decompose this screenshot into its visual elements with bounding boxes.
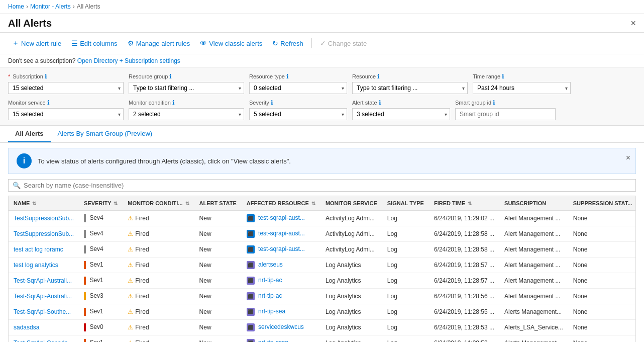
cell-fired-time: 6/24/2019, 11:28:53 ... [429, 320, 499, 335]
cell-name: test log analytics [9, 258, 79, 273]
refresh-button[interactable]: ↻ Refresh [268, 37, 307, 49]
alert-name-link[interactable]: test act log roramc [14, 246, 63, 253]
resource-link[interactable]: nrt-tip-ac [258, 292, 282, 299]
alerts-table: NAME ⇅ SEVERITY ⇅ MONITOR CONDITI... ⇅ A… [9, 196, 636, 342]
cell-signal-type: Log [382, 289, 429, 304]
resource-link[interactable]: test-sqrapi-aust... [258, 214, 305, 221]
alert-name-link[interactable]: Test-SqrApi-Canada... [14, 339, 73, 342]
resource-group-label: Resource group ℹ [129, 73, 244, 80]
tab-all-alerts[interactable]: All Alerts [8, 126, 51, 142]
resource-select[interactable]: Type to start filtering ... [352, 82, 468, 94]
severity-bar [84, 323, 86, 331]
severity-value: Sev1 [89, 339, 103, 342]
cell-subscription: Alert Management ... [499, 242, 568, 258]
resource-link[interactable]: test-sqrapi-aust... [258, 230, 305, 237]
breadcrumb-monitor-alerts[interactable]: Monitor - Alerts [30, 3, 71, 10]
cell-signal-type: Log [382, 211, 429, 226]
cell-affected-resource: ⬛ alertseus [242, 258, 320, 273]
subscription-select[interactable]: 15 selected [8, 82, 124, 94]
resource-link[interactable]: test-sqrapi-aust... [258, 245, 305, 252]
col-monitor-condition[interactable]: MONITOR CONDITI... ⇅ [123, 196, 194, 211]
open-directory-link[interactable]: Open Directory + Subscription settings [77, 57, 180, 64]
resource-link[interactable]: nrt-tip-ccan [258, 339, 288, 342]
page-title: All Alerts [8, 18, 52, 29]
resource-group-select[interactable]: Type to start filtering ... [129, 82, 244, 94]
cell-severity: Sev1 [79, 273, 123, 289]
alert-name-link[interactable]: test log analytics [14, 262, 58, 269]
col-alert-state[interactable]: ALERT STATE [194, 196, 242, 211]
cell-name: Test-SqrApi-Australi... [9, 273, 79, 289]
severity-value: Sev1 [89, 308, 103, 315]
alert-name-link[interactable]: TestSuppressionSub... [14, 215, 74, 222]
info-banner-close[interactable]: × [626, 153, 630, 162]
table-row: TestSuppressionSub... Sev4 ⚠Fired New ⬛ … [9, 226, 636, 242]
cell-monitor-service: Log Analytics [320, 258, 382, 273]
fired-time-value: 6/24/2019, 11:28:53 ... [434, 339, 494, 342]
resource-type-select[interactable]: 0 selected [249, 82, 347, 94]
change-state-button[interactable]: ✓ Change state [316, 37, 371, 49]
cell-name: sadasdsa [9, 320, 79, 335]
breadcrumb-home[interactable]: Home [8, 3, 24, 10]
resource-icon: ⬛ [247, 308, 255, 316]
resource-link[interactable]: servicedeskwcus [258, 323, 304, 330]
resource-link[interactable]: nrt-tip-ac [258, 277, 282, 284]
edit-columns-button[interactable]: ☰ Edit columns [67, 37, 121, 49]
resource-group-info-icon: ℹ [169, 73, 172, 80]
manage-alert-rules-button[interactable]: ⚙ Manage alert rules [124, 37, 194, 49]
cell-affected-resource: ⬛ test-sqrapi-aust... [242, 242, 320, 258]
alert-name-link[interactable]: TestSuppressionSub... [14, 230, 74, 237]
cell-monitor-condition: ⚠Fired [123, 242, 194, 258]
alert-state-label: Alert state ℹ [352, 99, 450, 106]
severity-select[interactable]: 5 selected [249, 108, 347, 120]
alert-name-link[interactable]: Test-SqrApi-Australi... [14, 277, 72, 284]
search-input[interactable] [24, 182, 631, 189]
sort-severity-icon: ⇅ [114, 201, 118, 206]
resource-link[interactable]: nrt-tip-sea [258, 308, 285, 315]
col-subscription[interactable]: SUBSCRIPTION [499, 196, 568, 211]
col-name[interactable]: NAME ⇅ [9, 196, 79, 211]
col-suppression-stat[interactable]: SUPPRESSION STAT... [568, 196, 636, 211]
severity-bar [84, 214, 86, 222]
alert-name-link[interactable]: Test-SqrApi-Southe... [14, 308, 71, 315]
cell-suppression-stat: None [568, 258, 636, 273]
alert-name-link[interactable]: Test-SqrApi-Australi... [14, 293, 72, 300]
monitor-condition-value: Fired [135, 246, 149, 253]
col-monitor-service[interactable]: MONITOR SERVICE [320, 196, 382, 211]
cell-fired-time: 6/24/2019, 11:28:57 ... [429, 258, 499, 273]
cell-monitor-condition: ⚠Fired [123, 320, 194, 335]
close-button[interactable]: × [630, 18, 636, 29]
alert-name-link[interactable]: sadasdsa [14, 324, 39, 331]
smart-group-id-input[interactable] [455, 108, 556, 120]
resource-link[interactable]: alertseus [258, 261, 283, 268]
monitor-service-select[interactable]: 15 selected [8, 108, 124, 120]
col-fired-time[interactable]: FIRED TIME ⇅ [429, 196, 499, 211]
col-severity[interactable]: SEVERITY ⇅ [79, 196, 123, 211]
cell-affected-resource: ⬛ test-sqrapi-aust... [242, 211, 320, 226]
cell-severity: Sev4 [79, 211, 123, 226]
alert-state-value: New [199, 293, 211, 300]
search-bar: 🔍 [8, 179, 636, 192]
cell-severity: Sev1 [79, 335, 123, 343]
view-classic-alerts-button[interactable]: 👁 View classic alerts [196, 37, 266, 49]
monitor-condition-value: Fired [135, 262, 149, 269]
alert-state-select[interactable]: 3 selected [352, 108, 450, 120]
columns-icon: ☰ [71, 39, 78, 47]
monitor-condition-select[interactable]: 2 selected [129, 108, 244, 120]
monitor-condition-value: Fired [135, 293, 149, 300]
page-header: All Alerts × [0, 14, 644, 33]
time-range-select[interactable]: Past 24 hours [473, 82, 571, 94]
tab-smart-group[interactable]: Alerts By Smart Group (Preview) [51, 126, 160, 142]
cell-monitor-service: ActivityLog Admi... [320, 211, 382, 226]
cell-subscription: Alerts_LSA_Service... [499, 320, 568, 335]
signal-type-value: Log [387, 293, 397, 300]
cell-subscription: Alerts Management... [499, 335, 568, 343]
cell-affected-resource: ⬛ nrt-tip-ac [242, 289, 320, 304]
severity-value: Sev1 [89, 277, 103, 284]
col-affected-resource[interactable]: AFFECTED RESOURCE ⇅ [242, 196, 320, 211]
cell-name: Test-SqrApi-Southe... [9, 304, 79, 320]
col-signal-type[interactable]: SIGNAL TYPE [382, 196, 429, 211]
alert-state-value: New [199, 308, 211, 315]
severity-label: Severity ℹ [249, 99, 347, 106]
new-alert-rule-button[interactable]: ＋ New alert rule [8, 37, 65, 50]
fired-time-value: 6/24/2019, 11:28:55 ... [434, 308, 494, 315]
